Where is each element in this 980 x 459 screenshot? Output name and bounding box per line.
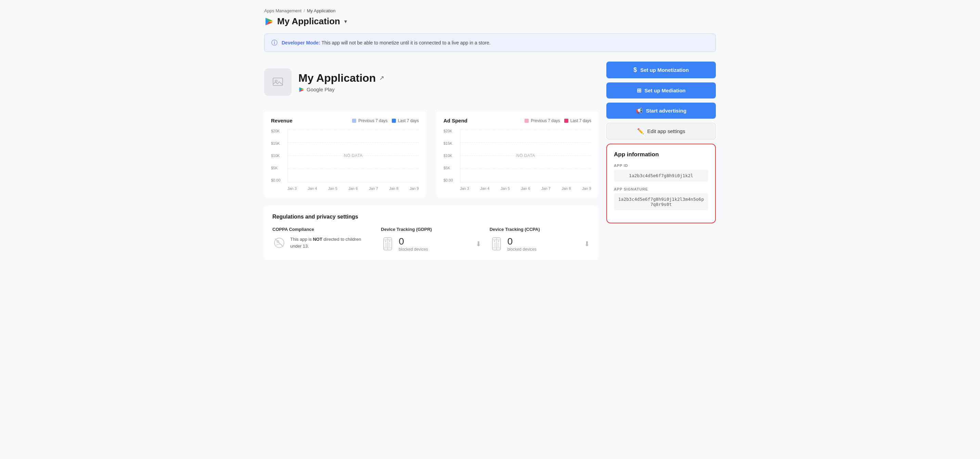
grid-line [288,168,419,169]
breadcrumb-parent[interactable]: Apps Management [264,8,301,13]
info-icon: ⓘ [271,39,277,47]
banner-text: Developer Mode: This app will not be abl… [282,40,491,46]
adspend-prev-dot [525,119,529,123]
app-info-card: App information APP ID 1a2b3c4d5e6f7g8h9… [606,144,716,223]
adspend-chart-title: Ad Spend [444,118,468,124]
app-header: My Application ▾ [264,16,716,27]
revenue-prev-dot [352,119,356,123]
coppa-text: This app is NOT directed to children und… [290,236,372,249]
store-badge: Google Play [298,87,384,93]
adspend-legend-last: Last 7 days [564,118,591,123]
revenue-yaxis: $20K $15K $10K $5K $0.00 [271,129,286,182]
svg-line-4 [275,239,283,247]
revenue-chart-title: Revenue [271,118,293,124]
grid-line [460,129,591,129]
gdpr-label: blocked devices [399,247,428,252]
regulations-section: Regulations and privacy settings COPPA C… [264,206,598,260]
coppa-title: COPPA Compliance [272,227,372,232]
adspend-last-dot [564,119,568,123]
app-name: My Application [298,72,376,84]
layers-icon: ⊞ [637,87,641,94]
external-link-icon[interactable]: ↗ [379,74,384,82]
coppa-card: COPPA Compliance [272,227,372,252]
ccpa-icon [490,237,503,251]
revenue-chart-area: $20K $15K $10K $5K $0.00 NO DATA [271,129,419,191]
breadcrumb-separator: / [304,8,305,13]
grid-line [460,142,591,143]
store-name: Google Play [307,87,335,92]
gdpr-icon [381,237,395,251]
gdpr-card: Device Tracking (GDPR) [381,227,481,252]
app-dropdown-button[interactable]: ▾ [344,18,347,25]
grid-line [288,129,419,129]
revenue-chart-plot: NO DATA [288,129,419,182]
revenue-legend-prev: Previous 7 days [352,118,387,123]
breadcrumb-current: My Application [307,8,336,13]
charts-section: Revenue Previous 7 days Last 7 days [264,111,598,197]
setup-mediation-button[interactable]: ⊞ Set up Mediation [606,83,716,98]
svg-rect-10 [385,243,387,247]
grid-line [288,142,419,143]
revenue-no-data: NO DATA [344,153,363,158]
svg-rect-19 [497,243,499,247]
adspend-legend-prev: Previous 7 days [525,118,560,123]
adspend-chart-card: Ad Spend Previous 7 days Last 7 days [437,111,598,197]
app-identity-section: My Application ↗ Google Play [264,62,598,103]
coppa-icon [272,236,286,250]
adspend-xaxis: Jan 3 Jan 4 Jan 5 Jan 6 Jan 7 Jan 8 Jan … [460,186,591,191]
ccpa-download-icon[interactable]: ⬇ [584,240,590,248]
dollar-icon: $ [633,66,637,73]
ccpa-card: Device Tracking (CCPA) [490,227,590,252]
app-signature-label: APP SIGNATURE [614,187,708,191]
ccpa-count: 0 [508,236,536,247]
svg-point-8 [385,240,386,242]
svg-rect-1 [273,78,283,86]
app-icon [264,68,291,96]
app-id-value: 1a2b3c4d5e6f7g8h9i0j1k2l [614,170,708,182]
gdpr-download-icon[interactable]: ⬇ [476,240,482,248]
svg-point-16 [494,240,495,242]
right-column: $ Set up Monetization ⊞ Set up Mediation… [606,62,716,260]
svg-rect-18 [494,243,496,247]
adspend-chart-area: $20K $15K $10K $5K $0.00 NO DATA [444,129,591,191]
start-advertising-button[interactable]: 📢 Start advertising [606,103,716,119]
revenue-last-dot [392,119,396,123]
app-info-title: App information [614,151,708,158]
megaphone-icon: 📢 [636,107,643,114]
revenue-xaxis: Jan 3 Jan 4 Jan 5 Jan 6 Jan 7 Jan 8 Jan … [288,186,419,191]
regulations-grid: COPPA Compliance [272,227,590,252]
play-store-icon [264,17,274,26]
edit-icon: ✏️ [637,128,644,134]
adspend-chart-plot: NO DATA [460,129,591,182]
app-signature-value: 1a2b3c4d5e6f7g8h9i0j1k2l3m4n5o6p7q8r9s0t [614,193,708,210]
revenue-chart-card: Revenue Previous 7 days Last 7 days [264,111,426,197]
ccpa-title: Device Tracking (CCPA) [490,227,590,232]
developer-mode-banner: ⓘ Developer Mode: This app will not be a… [264,33,716,52]
edit-app-settings-button[interactable]: ✏️ Edit app settings [606,123,716,140]
adspend-yaxis: $20K $15K $10K $5K $0.00 [444,129,458,182]
app-id-label: APP ID [614,164,708,168]
gdpr-title: Device Tracking (GDPR) [381,227,481,232]
setup-monetization-button[interactable]: $ Set up Monetization [606,62,716,78]
svg-rect-11 [388,243,390,247]
adspend-no-data: NO DATA [516,153,535,158]
ccpa-label: blocked devices [508,247,536,252]
gdpr-count: 0 [399,236,428,247]
breadcrumb: Apps Management / My Application [264,8,716,13]
revenue-legend-last: Last 7 days [392,118,419,123]
svg-point-17 [498,240,499,242]
svg-point-9 [389,240,390,242]
regulations-title: Regulations and privacy settings [272,214,590,220]
page-title: My Application [277,16,340,27]
grid-line [460,168,591,169]
